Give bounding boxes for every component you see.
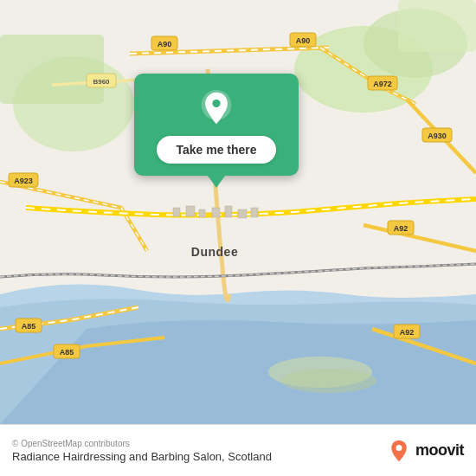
svg-point-35 — [281, 369, 376, 393]
svg-rect-2 — [0, 35, 104, 104]
svg-text:Dundee: Dundee — [191, 245, 238, 259]
take-me-there-button[interactable]: Take me there — [157, 136, 275, 164]
svg-rect-8 — [199, 209, 205, 217]
svg-text:A972: A972 — [373, 80, 392, 88]
svg-text:A85: A85 — [60, 348, 74, 357]
svg-text:A85: A85 — [22, 322, 36, 331]
moovit-text: moovit — [415, 441, 464, 460]
svg-text:A92: A92 — [400, 328, 415, 337]
svg-text:A930: A930 — [428, 132, 447, 140]
place-name: Radiance Hairdressing and Barbing Salon,… — [12, 450, 272, 463]
map-container: A90 A90 B960 A923 A972 A930 A92 A92 A85 … — [0, 0, 476, 424]
location-pin-icon — [197, 89, 235, 127]
info-left: © OpenStreetMap contributors Radiance Ha… — [12, 439, 272, 463]
svg-text:A92: A92 — [394, 224, 408, 233]
svg-rect-6 — [173, 208, 180, 216]
svg-text:A90: A90 — [296, 36, 311, 45]
svg-text:A923: A923 — [14, 177, 33, 185]
svg-rect-11 — [238, 209, 247, 218]
copyright-text: © OpenStreetMap contributors — [12, 439, 272, 448]
svg-text:A90: A90 — [158, 40, 172, 48]
svg-point-39 — [396, 445, 402, 451]
svg-point-38 — [212, 100, 220, 107]
svg-rect-7 — [186, 206, 195, 216]
moovit-icon — [387, 439, 411, 463]
popup-card: Take me there — [134, 74, 299, 176]
svg-rect-5 — [398, 0, 476, 52]
svg-text:B960: B960 — [93, 78, 110, 86]
moovit-logo: moovit — [387, 439, 464, 463]
svg-rect-9 — [212, 208, 220, 217]
svg-rect-12 — [251, 208, 258, 217]
info-bar: © OpenStreetMap contributors Radiance Ha… — [0, 424, 476, 476]
svg-rect-10 — [225, 206, 232, 217]
